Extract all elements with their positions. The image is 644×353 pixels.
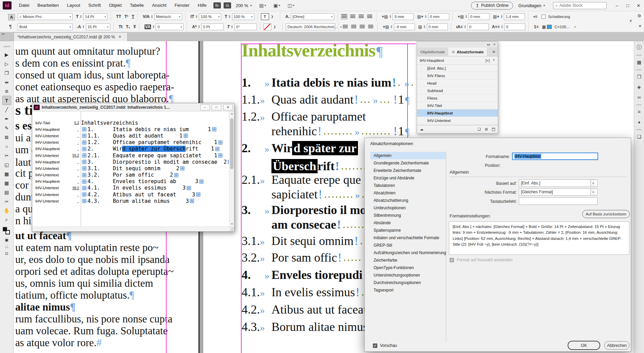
category-erweiterte-zeichenformate[interactable]: Erweiterte Zeichenformate	[370, 167, 446, 174]
info-icon[interactable]: ⓘ	[635, 43, 643, 52]
paragraph-formatting-toggle[interactable]: ¶	[9, 24, 12, 29]
category-unterstreichungsoptionen[interactable]: Unterstreichungsoptionen	[370, 271, 446, 279]
style-row-subhead[interactable]: Subhead	[417, 87, 498, 94]
category-grundlegende-zeichenformate[interactable]: Grundlegende Zeichenformate	[370, 159, 446, 167]
gradient-feather-tool[interactable]: ▦	[2, 178, 11, 188]
preview-checkbox[interactable]: ✔	[373, 343, 377, 348]
new-style-icon[interactable]: ⊞	[485, 127, 488, 131]
menu-schrift[interactable]: Schrift	[84, 0, 105, 11]
basiert-auf-dropdown[interactable]: [Einf. Abs.]▾	[519, 179, 598, 187]
space-after-field[interactable]: 1,4 mm	[504, 13, 525, 20]
category-abstaende[interactable]: Abstände	[370, 219, 446, 227]
chevron-icon[interactable]: ❯	[273, 25, 276, 29]
scissors-tool[interactable]: ✂	[2, 151, 11, 160]
story-line[interactable]: ∞4.3. Borum alitae nimus 3∞	[81, 198, 229, 204]
fill-swatch[interactable]: T	[261, 13, 269, 20]
rectangle-frame-tool[interactable]: ⊠	[2, 133, 11, 142]
body-text-line[interactable]: alitae nimus¶	[15, 301, 76, 313]
story-line[interactable]: ∞3.2. Por sam offic 2∞	[81, 172, 229, 178]
align-center-button[interactable]	[350, 15, 355, 19]
style-row-einf-abs[interactable]: [Einf. Abs.]	[417, 65, 498, 72]
bridge-button[interactable]: Br	[213, 2, 221, 8]
type-tool[interactable]: T	[2, 96, 11, 105]
left-indent-stepper[interactable]: ▲▼	[389, 15, 391, 18]
justify-last-right-button[interactable]	[360, 25, 365, 29]
menu-datei[interactable]: Datei	[15, 0, 33, 11]
subscript-button[interactable]: T₁	[126, 24, 130, 29]
story-text-area[interactable]: Inhaltsverzeichnis ∞1. Itatia debis re n…	[81, 111, 229, 227]
body-text-line[interactable]: consed ut quam idus, sunt laborepta-	[15, 69, 170, 81]
story-line[interactable]: ∞4. Enveles tiorepudi ab 3∞	[81, 178, 229, 185]
category-zeichenfarbe[interactable]: Zeichenfarbe	[370, 257, 446, 264]
shading-color-swatch[interactable]	[547, 25, 552, 29]
character-style-combo[interactable]: [Ohne]▾	[291, 13, 334, 20]
dropcap-lines-stepper[interactable]: ▲▼	[464, 25, 466, 29]
story-minimize-button[interactable]: –	[200, 104, 210, 110]
panel-close-icon[interactable]: ✕	[493, 43, 496, 46]
tab-close-icon[interactable]: ✕	[118, 35, 121, 39]
horizontal-scale-combo[interactable]: 100 %▾	[232, 13, 254, 20]
story-editor-window[interactable]: Id Inhaltsverzeichnis_zweizeilig_CC2017.…	[32, 103, 234, 232]
shading-color-grid-icon[interactable]: ▦	[542, 24, 546, 29]
numbered-list-icon[interactable]: 1≡	[534, 24, 538, 29]
panel-menu-icon[interactable]: ≡	[490, 48, 498, 56]
eyedropper-tool[interactable]: ✑	[2, 197, 11, 206]
collapse-panel-icon[interactable]: ◂◂	[487, 43, 490, 46]
story-vertical-scrollbar[interactable]: ▲ ▼	[229, 111, 234, 227]
view-options-icon[interactable]: ▤	[259, 3, 264, 8]
window-close-button[interactable]: ✕	[633, 3, 644, 8]
small-caps-button[interactable]: Tt	[119, 24, 122, 29]
body-text-line[interactable]: rum faccullibus, nis pore nonse cupta	[15, 313, 172, 325]
dropcap-chars-stepper[interactable]: ▲▼	[501, 25, 503, 29]
style-row-ihv-untertext[interactable]: IHV-Untertext	[417, 117, 498, 124]
align-left-button[interactable]	[342, 15, 347, 19]
pages-panel-icon[interactable]: ❒	[635, 73, 643, 81]
kerning-stepper[interactable]: ▲▼	[151, 15, 153, 18]
body-text-line[interactable]: orpori sed et aditas dolupta eperupta~	[15, 265, 174, 278]
body-text-fragment[interactable]: a qu	[15, 203, 33, 215]
line-tool[interactable]: ╱	[2, 105, 11, 114]
story-title-bar[interactable]: Id Inhaltsverzeichnis_zweizeilig_CC2017.…	[32, 103, 234, 111]
style-row-ihv-haupttext[interactable]: IHV-Haupttext	[417, 109, 498, 117]
right-indent-stepper[interactable]: ▲▼	[425, 15, 427, 18]
cc-libraries-panel-icon[interactable]: ❏	[635, 133, 643, 141]
menu-hilfe[interactable]: Hilfe	[194, 0, 211, 11]
story-line[interactable]: Inhaltsverzeichnis	[81, 120, 229, 126]
font-size-combo[interactable]: 14 Pt▾	[83, 13, 108, 20]
baseline-shift-field[interactable]: 0 Pt	[201, 23, 224, 30]
chevron-icon[interactable]: ❯	[271, 15, 274, 18]
panel-title-bar[interactable]: ◂◂ ✕	[417, 41, 498, 48]
font-style-combo[interactable]: Bold▾	[18, 23, 73, 30]
tab-absatzformate[interactable]: ≎Absatzformate	[448, 48, 488, 56]
last-indent-stepper[interactable]: ▲▼	[423, 25, 425, 29]
fill-swatch[interactable]	[3, 227, 7, 231]
dock-expand-icon[interactable]: ▸▸	[2, 32, 5, 35]
body-text-fragment[interactable]: s ti	[15, 102, 33, 118]
note-tool[interactable]: ▤	[2, 188, 11, 197]
category-absatzschattierung[interactable]: Absatzschattierung	[370, 197, 446, 204]
zoom-tool[interactable]: ⌕	[2, 215, 11, 224]
space-after-stepper[interactable]: ▲▼	[500, 15, 503, 18]
body-text-fragment[interactable]: ui a	[15, 132, 31, 144]
story-line[interactable]: ∞3. Diorporestio il modit am consecae 2∞	[81, 159, 229, 165]
ellipse-tool[interactable]: ○	[2, 142, 11, 151]
tastaturbefehl-field[interactable]	[519, 197, 598, 205]
shading-checkbox[interactable]	[542, 15, 546, 19]
menu-fenster[interactable]: Fenster	[171, 0, 194, 11]
view-mode-normal[interactable]: ▣	[2, 236, 11, 243]
links-panel-icon[interactable]: ∞	[635, 93, 643, 101]
pencil-tool[interactable]: ✎	[2, 123, 11, 133]
superscript-button[interactable]: T¹	[125, 14, 128, 19]
view-mode-preview[interactable]: □	[2, 243, 11, 250]
dropcap-lines-field[interactable]: 0	[468, 23, 489, 30]
font-family-combo[interactable]: ⌕Minion Pro▾	[18, 13, 73, 20]
underline-button[interactable]: T	[132, 14, 134, 19]
strikethrough-button[interactable]: T	[133, 24, 136, 29]
pen-tool[interactable]: ✒	[2, 114, 11, 123]
screen-mode-button[interactable]: ⊡	[2, 250, 11, 257]
document-tab[interactable]: *Inhaltsverzeichnis_zweizeilig_CC2017.in…	[14, 32, 128, 41]
chevron-down-icon[interactable]: ▾	[590, 180, 595, 187]
justify-last-left-button[interactable]	[343, 25, 348, 29]
category-tagsexport[interactable]: Tagsexport	[370, 286, 446, 294]
justify-button[interactable]	[367, 15, 372, 19]
